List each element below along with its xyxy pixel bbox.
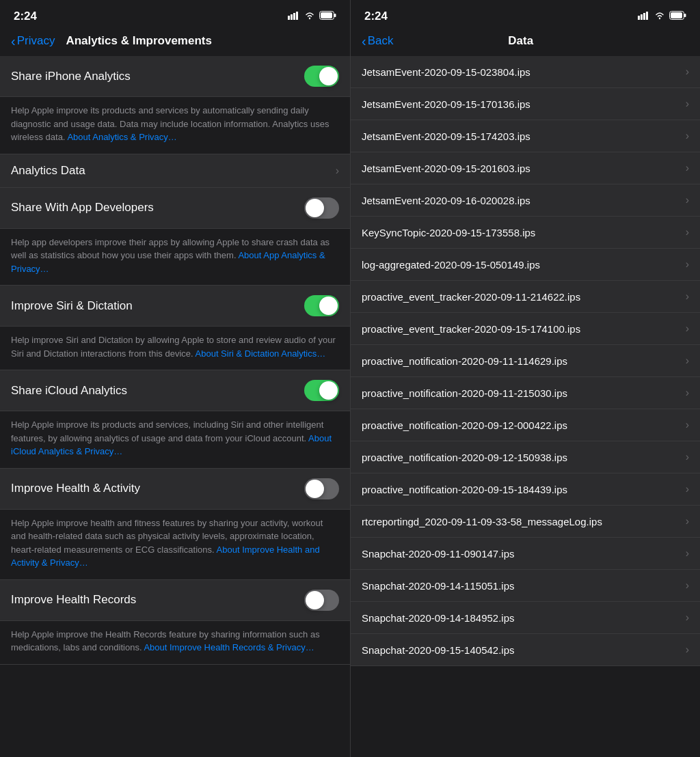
list-item[interactable]: proactive_notification-2020-09-15-184439… <box>351 473 700 506</box>
right-wifi-icon <box>654 10 665 23</box>
analytics-data-row[interactable]: Analytics Data › <box>0 154 350 188</box>
improve-health-records-label: Improve Health Records <box>11 593 304 607</box>
left-nav-bar: ‹ Privacy Analytics & Improvements <box>0 29 350 56</box>
improve-health-row[interactable]: Improve Health & Activity <box>0 469 350 510</box>
svg-rect-6 <box>334 14 336 17</box>
share-icloud-row[interactable]: Share iCloud Analytics <box>0 370 350 411</box>
right-nav-title: Data <box>352 34 689 48</box>
share-app-developers-label: Share With App Developers <box>11 201 304 215</box>
list-item[interactable]: JetsamEvent-2020-09-15-023804.ips› <box>351 56 700 88</box>
left-panel: 2:24 ‹ Privacy Analytics & Improvements … <box>0 0 350 757</box>
list-item[interactable]: JetsamEvent-2020-09-16-020028.ips› <box>351 184 700 217</box>
share-iphone-analytics-link[interactable]: About Analytics & Privacy… <box>67 132 176 142</box>
list-item[interactable]: rtcreportingd_2020-09-11-09-33-58_messag… <box>351 506 700 538</box>
share-icloud-thumb <box>319 381 338 400</box>
svg-rect-11 <box>646 12 648 20</box>
share-app-developers-row[interactable]: Share With App Developers <box>0 188 350 229</box>
list-item[interactable]: Snapchat-2020-09-11-090147.ips› <box>351 538 700 570</box>
improve-siri-link[interactable]: About Siri & Dictation Analytics… <box>196 348 326 359</box>
improve-siri-thumb <box>319 297 338 315</box>
list-item-chevron-icon: › <box>686 644 689 656</box>
list-item[interactable]: proactive_event_tracker-2020-09-15-17410… <box>351 313 700 345</box>
list-item-label: KeySyncTopic-2020-09-15-173558.ips <box>362 227 680 238</box>
improve-health-description: Help Apple improve health and fitness fe… <box>0 510 350 580</box>
svg-rect-0 <box>288 16 290 20</box>
list-item-label: Snapchat-2020-09-15-140542.ips <box>362 644 680 656</box>
list-item[interactable]: Snapchat-2020-09-15-140542.ips› <box>351 634 700 666</box>
list-item-chevron-icon: › <box>686 66 689 78</box>
list-item-chevron-icon: › <box>686 451 689 463</box>
share-app-developers-text: Help app developers improve their apps b… <box>11 237 329 274</box>
improve-health-link[interactable]: About Improve Health and Activity & Priv… <box>11 545 320 568</box>
improve-health-records-toggle[interactable] <box>304 590 339 611</box>
svg-rect-3 <box>296 12 298 20</box>
improve-health-records-text: Help Apple improve the Health Records fe… <box>11 629 320 653</box>
share-iphone-analytics-toggle[interactable] <box>304 66 339 87</box>
list-item-chevron-icon: › <box>686 355 689 367</box>
share-iphone-analytics-row[interactable]: Share iPhone Analytics <box>0 56 350 97</box>
list-item[interactable]: JetsamEvent-2020-09-15-174203.ips› <box>351 120 700 152</box>
left-time: 2:24 <box>14 10 37 23</box>
list-item[interactable]: proactive_event_tracker-2020-09-11-21462… <box>351 281 700 313</box>
list-item-chevron-icon: › <box>686 226 689 238</box>
left-status-bar: 2:24 <box>0 0 350 29</box>
list-item[interactable]: proactive_notification-2020-09-12-150938… <box>351 441 700 473</box>
list-item[interactable]: Snapchat-2020-09-14-115051.ips› <box>351 570 700 602</box>
share-app-developers-link[interactable]: About App Analytics & Privacy… <box>11 250 325 274</box>
right-status-icons <box>638 10 686 23</box>
list-item-label: JetsamEvent-2020-09-15-201603.ips <box>362 163 680 174</box>
right-signal-icon <box>638 10 650 23</box>
left-back-chevron-icon: ‹ <box>11 34 16 48</box>
svg-rect-9 <box>641 14 643 20</box>
list-item[interactable]: proactive_notification-2020-09-11-114629… <box>351 345 700 377</box>
list-item-chevron-icon: › <box>686 162 689 174</box>
list-item-chevron-icon: › <box>686 98 689 110</box>
improve-health-records-row[interactable]: Improve Health Records <box>0 580 350 621</box>
list-item-label: proactive_event_tracker-2020-09-11-21462… <box>362 291 680 303</box>
list-item[interactable]: Snapchat-2020-09-14-184952.ips› <box>351 602 700 634</box>
list-item[interactable]: proactive_notification-2020-09-12-000422… <box>351 409 700 441</box>
share-iphone-analytics-description: Help Apple improve its products and serv… <box>0 97 350 154</box>
list-item[interactable]: JetsamEvent-2020-09-15-201603.ips› <box>351 152 700 184</box>
list-item-label: proactive_event_tracker-2020-09-15-17410… <box>362 323 680 335</box>
list-item-chevron-icon: › <box>686 130 689 142</box>
svg-rect-15 <box>671 12 682 18</box>
share-app-developers-thumb <box>306 199 324 217</box>
improve-health-toggle[interactable] <box>304 478 339 499</box>
improve-siri-row[interactable]: Improve Siri & Dictation <box>0 286 350 327</box>
list-item-label: rtcreportingd_2020-09-11-09-33-58_messag… <box>362 516 680 527</box>
list-item[interactable]: proactive_notification-2020-09-11-215030… <box>351 377 700 409</box>
improve-health-thumb <box>306 480 324 498</box>
svg-rect-8 <box>638 16 640 20</box>
improve-health-label: Improve Health & Activity <box>11 482 304 495</box>
improve-health-records-link[interactable]: About Improve Health Records & Privacy… <box>144 642 314 652</box>
improve-siri-text: Help improve Siri and Dictation by allow… <box>11 335 336 359</box>
list-item-chevron-icon: › <box>686 579 689 592</box>
left-back-button[interactable]: ‹ Privacy <box>11 34 55 48</box>
share-icloud-description: Help Apple improve its products and serv… <box>0 411 350 469</box>
list-item[interactable]: KeySyncTopic-2020-09-15-173558.ips› <box>351 217 700 249</box>
svg-rect-7 <box>321 12 332 18</box>
left-status-icons <box>288 10 336 23</box>
improve-siri-toggle[interactable] <box>304 295 339 316</box>
list-item-label: JetsamEvent-2020-09-15-023804.ips <box>362 66 680 78</box>
share-iphone-analytics-text: Help Apple improve its products and serv… <box>11 105 329 142</box>
right-nav-bar: ‹ Back Data <box>351 29 700 56</box>
list-item-label: proactive_notification-2020-09-11-114629… <box>362 355 680 367</box>
share-app-developers-toggle[interactable] <box>304 197 339 219</box>
list-item-label: JetsamEvent-2020-09-16-020028.ips <box>362 195 680 206</box>
list-item-chevron-icon: › <box>686 322 689 335</box>
share-icloud-link[interactable]: About iCloud Analytics & Privacy… <box>11 433 332 457</box>
list-item-label: proactive_notification-2020-09-15-184439… <box>362 484 680 495</box>
share-icloud-toggle[interactable] <box>304 380 339 401</box>
list-item-label: proactive_notification-2020-09-12-000422… <box>362 419 680 431</box>
list-item-label: proactive_notification-2020-09-11-215030… <box>362 387 680 399</box>
list-item-chevron-icon: › <box>686 611 689 624</box>
list-item[interactable]: log-aggregated-2020-09-15-050149.ips› <box>351 249 700 281</box>
left-settings-list: Share iPhone Analytics Help Apple improv… <box>0 56 350 757</box>
list-item-chevron-icon: › <box>686 547 689 560</box>
data-file-list: JetsamEvent-2020-09-15-023804.ips›Jetsam… <box>351 56 700 757</box>
list-item[interactable]: JetsamEvent-2020-09-15-170136.ips› <box>351 88 700 120</box>
list-item-label: Snapchat-2020-09-14-184952.ips <box>362 612 680 624</box>
share-icloud-text: Help Apple improve its products and serv… <box>11 419 332 456</box>
